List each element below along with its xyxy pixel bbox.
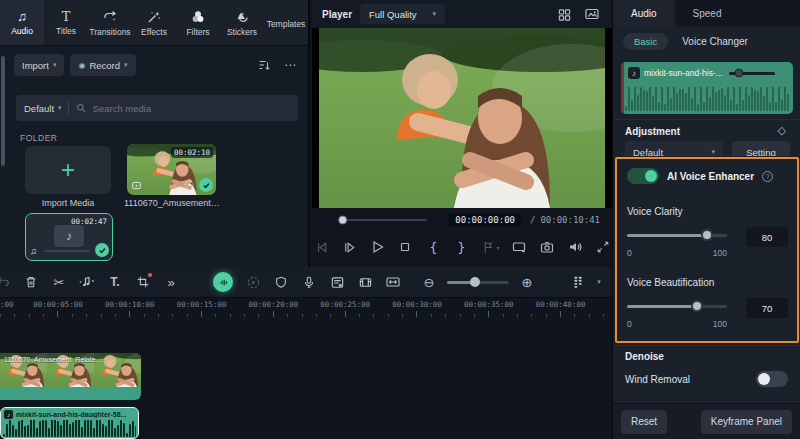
nav-item-effects[interactable]: Effects — [132, 0, 176, 45]
voice-beautification-slider[interactable] — [627, 300, 727, 312]
mirror-display-button[interactable] — [510, 237, 528, 257]
clip-waveform — [625, 87, 789, 111]
timeline-zoom-slider[interactable] — [447, 276, 509, 288]
filters-icon — [190, 9, 206, 25]
volume-button[interactable] — [566, 237, 584, 257]
timeline-tracks: 1110670_Amusement_Relate... ♪ mixkit-sun… — [0, 318, 612, 439]
nav-item-audio[interactable]: ♫ Audio — [0, 0, 44, 45]
nav-item-templates[interactable]: Templates — [264, 0, 308, 45]
zoom-handle[interactable] — [470, 277, 480, 287]
speed-fx-icon[interactable] — [183, 179, 195, 191]
timeline-ruler[interactable]: :00 00:00:05:0000:00:10:0000:00:15:0000:… — [0, 298, 612, 318]
mask-button[interactable] — [269, 270, 293, 294]
voiceover-button[interactable] — [297, 270, 321, 294]
notification-dot — [148, 273, 152, 277]
tab-audio[interactable]: Audio — [613, 0, 675, 27]
stop-button[interactable] — [396, 237, 414, 257]
import-media-card[interactable]: + — [25, 146, 111, 194]
subtab-basic[interactable]: Basic — [623, 33, 668, 50]
keyframe-panel-button[interactable]: Keyframe Panel — [701, 410, 792, 434]
tab-speed[interactable]: Speed — [675, 0, 740, 27]
next-frame-button[interactable] — [340, 237, 358, 257]
delete-button[interactable] — [19, 270, 43, 294]
filter-sort-button[interactable] — [254, 55, 274, 75]
clip-volume-slider[interactable] — [729, 72, 775, 75]
redo-icon[interactable] — [0, 270, 11, 294]
preset-row-clipped: Default ▾ Setting — [625, 141, 790, 156]
marker-button[interactable]: ▾ — [481, 237, 500, 257]
track-manager-chevron[interactable]: ▾ — [592, 270, 606, 294]
video-clip-audio-strip — [0, 387, 141, 400]
slider-range: 0 100 — [627, 319, 727, 329]
mark-in-button[interactable]: { — [424, 237, 442, 257]
motion-tracking-button[interactable] — [241, 270, 265, 294]
quality-value: Full Quality — [369, 9, 417, 20]
adjustment-preset-dropdown[interactable]: Default ▾ — [625, 141, 723, 156]
info-icon[interactable]: ? — [762, 171, 773, 182]
audio-media-card-selected[interactable]: 00:02:47 ♪ ♫ — [25, 213, 113, 261]
divider — [613, 119, 800, 120]
snapshot-button[interactable] — [538, 237, 556, 257]
filmora-app: ♫ Audio T Titles Transitions Effects — [0, 0, 800, 439]
search-input[interactable]: Search media — [93, 103, 152, 114]
total-duration: /00:00:10:41 — [530, 215, 600, 225]
render-preview-button[interactable] — [353, 270, 377, 294]
track-manager-button[interactable] — [566, 270, 590, 294]
mark-out-button[interactable]: } — [452, 237, 470, 257]
split-button[interactable]: ✂ — [47, 270, 71, 294]
detach-audio-button[interactable] — [75, 270, 99, 294]
ai-voice-enhancer-toggle[interactable] — [627, 168, 659, 184]
video-track-clip[interactable]: 1110670_Amusement_Relate... — [0, 353, 141, 400]
ruler-label: 00:00:10:00 — [105, 300, 155, 309]
more-tools-button[interactable]: » — [159, 270, 183, 294]
wind-removal-toggle[interactable] — [756, 371, 788, 387]
clip-volume-handle[interactable] — [735, 69, 744, 78]
seek-slider[interactable] — [338, 219, 427, 222]
fit-timeline-button[interactable] — [381, 270, 405, 294]
keyframe-diamond-icon[interactable]: ◇ — [778, 124, 786, 137]
slider-handle[interactable] — [691, 300, 703, 312]
media-scrollbar[interactable] — [1, 56, 5, 166]
setting-button[interactable]: Setting — [732, 141, 790, 156]
nav-item-titles[interactable]: T Titles — [44, 0, 88, 45]
multi-view-button[interactable] — [554, 4, 574, 24]
video-media-card[interactable]: 00:02:10 — [127, 144, 216, 195]
divider — [613, 345, 800, 346]
quality-dropdown[interactable]: Full Quality ▾ — [360, 4, 445, 24]
audio-clip-preview[interactable]: ♪ mixkit-sun-and-his-... — [621, 62, 793, 114]
video-frame — [319, 28, 605, 208]
import-button[interactable]: Import ▾ — [14, 54, 64, 76]
play-button[interactable] — [368, 237, 386, 257]
video-preview[interactable] — [312, 28, 612, 208]
slider-handle[interactable] — [701, 229, 713, 241]
nav-item-transitions[interactable]: Transitions — [88, 0, 132, 45]
nav-label: Stickers — [227, 27, 257, 37]
display-settings-button[interactable] — [582, 4, 602, 24]
ruler-label: 00:00:35:00 — [464, 300, 514, 309]
record-button[interactable]: ◉ Record ▾ — [70, 54, 135, 76]
music-note-icon: ♪ — [54, 225, 84, 247]
reset-button[interactable]: Reset — [621, 410, 667, 434]
subtab-voice-changer[interactable]: Voice Changer — [682, 36, 748, 47]
zoom-out-button[interactable]: ⊖ — [417, 270, 441, 294]
fullscreen-button[interactable] — [594, 237, 612, 257]
nav-item-filters[interactable]: Filters — [176, 0, 220, 45]
media-panel: ♫ Audio T Titles Transitions Effects — [0, 0, 310, 267]
nav-label: Audio — [11, 26, 33, 36]
voice-clarity-slider[interactable] — [627, 229, 727, 241]
audio-track-clip-selected[interactable]: ♪ mixkit-sun-and-his-daughter-58... — [0, 407, 139, 439]
voice-beautification-value[interactable]: 70 — [746, 298, 788, 318]
crop-button[interactable] — [131, 270, 155, 294]
more-options-button[interactable]: ⋯ — [280, 55, 300, 75]
seek-handle[interactable] — [338, 216, 347, 225]
zoom-in-button[interactable]: ⊕ — [515, 270, 539, 294]
media-preset-dropdown[interactable]: Default ▾ — [24, 103, 62, 114]
ai-voice-enhancer-active-button[interactable] — [211, 270, 235, 294]
text-tool-button[interactable]: T. — [103, 270, 127, 294]
import-media-label: Import Media — [20, 198, 116, 208]
subtitle-button[interactable] — [325, 270, 349, 294]
nav-item-stickers[interactable]: Stickers — [220, 0, 264, 45]
previous-frame-button[interactable] — [312, 237, 330, 257]
voice-clarity-value[interactable]: 80 — [746, 227, 788, 247]
preset-value: Default — [633, 147, 663, 157]
